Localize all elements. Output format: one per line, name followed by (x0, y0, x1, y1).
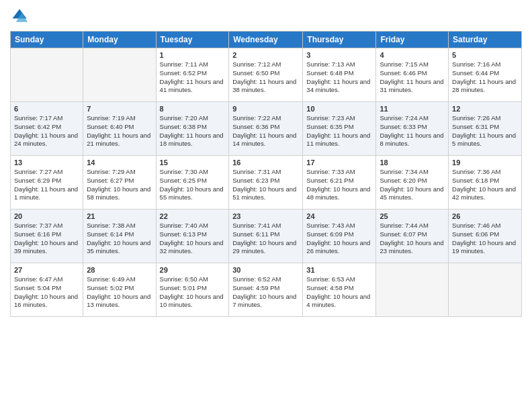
weekday-header-saturday: Saturday (449, 32, 522, 48)
day-info: Sunrise: 7:19 AM Sunset: 6:40 PM Dayligh… (87, 114, 152, 148)
calendar-cell: 16Sunrise: 7:31 AM Sunset: 6:23 PM Dayli… (229, 156, 303, 210)
day-number: 14 (87, 158, 152, 167)
day-number: 8 (160, 105, 226, 113)
day-number: 26 (452, 212, 518, 220)
calendar-cell: 19Sunrise: 7:36 AM Sunset: 6:18 PM Dayli… (449, 156, 522, 210)
day-info: Sunrise: 7:38 AM Sunset: 6:14 PM Dayligh… (87, 222, 152, 256)
day-info: Sunrise: 7:23 AM Sunset: 6:35 PM Dayligh… (306, 114, 372, 148)
day-info: Sunrise: 6:49 AM Sunset: 5:02 PM Dayligh… (87, 275, 152, 310)
calendar-cell: 13Sunrise: 7:27 AM Sunset: 6:29 PM Dayli… (11, 156, 83, 210)
calendar-cell: 4Sunrise: 7:15 AM Sunset: 6:46 PM Daylig… (376, 48, 449, 102)
calendar-cell: 7Sunrise: 7:19 AM Sunset: 6:40 PM Daylig… (83, 102, 156, 156)
day-info: Sunrise: 6:52 AM Sunset: 4:59 PM Dayligh… (232, 275, 299, 310)
day-info: Sunrise: 7:22 AM Sunset: 6:36 PM Dayligh… (232, 114, 299, 148)
calendar-week-row: 27Sunrise: 6:47 AM Sunset: 5:04 PM Dayli… (11, 263, 522, 317)
day-info: Sunrise: 7:41 AM Sunset: 6:11 PM Dayligh… (232, 222, 299, 256)
weekday-header-wednesday: Wednesday (229, 32, 303, 48)
calendar-cell: 26Sunrise: 7:46 AM Sunset: 6:06 PM Dayli… (449, 210, 522, 263)
calendar-cell: 17Sunrise: 7:33 AM Sunset: 6:21 PM Dayli… (303, 156, 376, 210)
weekday-header-friday: Friday (376, 32, 449, 48)
weekday-header-thursday: Thursday (303, 32, 376, 48)
calendar-cell: 14Sunrise: 7:29 AM Sunset: 6:27 PM Dayli… (83, 156, 156, 210)
calendar-cell: 10Sunrise: 7:23 AM Sunset: 6:35 PM Dayli… (303, 102, 376, 156)
day-number: 31 (306, 266, 372, 274)
day-number: 23 (232, 212, 299, 220)
calendar-cell: 15Sunrise: 7:30 AM Sunset: 6:25 PM Dayli… (156, 156, 229, 210)
day-number: 27 (14, 266, 79, 274)
day-number: 11 (380, 105, 445, 113)
day-info: Sunrise: 7:33 AM Sunset: 6:21 PM Dayligh… (306, 168, 372, 202)
calendar-cell: 1Sunrise: 7:11 AM Sunset: 6:52 PM Daylig… (156, 48, 229, 102)
calendar-cell: 31Sunrise: 6:53 AM Sunset: 4:58 PM Dayli… (303, 263, 376, 317)
day-number: 19 (452, 158, 518, 167)
weekday-header-monday: Monday (83, 32, 156, 48)
day-number: 22 (160, 212, 226, 220)
day-info: Sunrise: 7:40 AM Sunset: 6:13 PM Dayligh… (160, 222, 226, 256)
day-info: Sunrise: 7:34 AM Sunset: 6:20 PM Dayligh… (380, 168, 445, 202)
calendar-cell (11, 48, 83, 102)
day-number: 7 (87, 105, 152, 113)
day-info: Sunrise: 7:15 AM Sunset: 6:46 PM Dayligh… (380, 60, 445, 95)
day-info: Sunrise: 7:24 AM Sunset: 6:33 PM Dayligh… (380, 114, 445, 148)
calendar-cell: 27Sunrise: 6:47 AM Sunset: 5:04 PM Dayli… (11, 263, 83, 317)
day-number: 21 (87, 212, 152, 220)
day-number: 15 (160, 158, 226, 167)
day-info: Sunrise: 7:26 AM Sunset: 6:31 PM Dayligh… (452, 114, 518, 148)
calendar-cell: 30Sunrise: 6:52 AM Sunset: 4:59 PM Dayli… (229, 263, 303, 317)
weekday-header-row: SundayMondayTuesdayWednesdayThursdayFrid… (11, 32, 522, 48)
calendar-cell: 18Sunrise: 7:34 AM Sunset: 6:20 PM Dayli… (376, 156, 449, 210)
calendar-cell: 5Sunrise: 7:16 AM Sunset: 6:44 PM Daylig… (449, 48, 522, 102)
day-number: 24 (306, 212, 372, 220)
day-info: Sunrise: 7:36 AM Sunset: 6:18 PM Dayligh… (452, 168, 518, 202)
day-info: Sunrise: 7:12 AM Sunset: 6:50 PM Dayligh… (232, 60, 299, 95)
day-info: Sunrise: 7:16 AM Sunset: 6:44 PM Dayligh… (452, 60, 518, 95)
header (10, 7, 522, 26)
calendar-week-row: 13Sunrise: 7:27 AM Sunset: 6:29 PM Dayli… (11, 156, 522, 210)
day-number: 4 (380, 51, 445, 59)
day-info: Sunrise: 7:29 AM Sunset: 6:27 PM Dayligh… (87, 168, 152, 202)
day-number: 25 (380, 212, 445, 220)
calendar-cell: 12Sunrise: 7:26 AM Sunset: 6:31 PM Dayli… (449, 102, 522, 156)
logo-area (10, 7, 31, 26)
calendar-cell: 6Sunrise: 7:17 AM Sunset: 6:42 PM Daylig… (11, 102, 83, 156)
calendar-cell (83, 48, 156, 102)
day-number: 17 (306, 158, 372, 167)
calendar-cell: 29Sunrise: 6:50 AM Sunset: 5:01 PM Dayli… (156, 263, 229, 317)
calendar-cell: 3Sunrise: 7:13 AM Sunset: 6:48 PM Daylig… (303, 48, 376, 102)
page: SundayMondayTuesdayWednesdayThursdayFrid… (0, 0, 532, 411)
calendar-table: SundayMondayTuesdayWednesdayThursdayFrid… (10, 31, 522, 317)
calendar-cell: 8Sunrise: 7:20 AM Sunset: 6:38 PM Daylig… (156, 102, 229, 156)
day-info: Sunrise: 7:44 AM Sunset: 6:07 PM Dayligh… (380, 222, 445, 256)
calendar-cell (449, 263, 522, 317)
day-info: Sunrise: 7:46 AM Sunset: 6:06 PM Dayligh… (452, 222, 518, 256)
calendar-cell: 21Sunrise: 7:38 AM Sunset: 6:14 PM Dayli… (83, 210, 156, 263)
day-info: Sunrise: 7:30 AM Sunset: 6:25 PM Dayligh… (160, 168, 226, 202)
day-number: 16 (232, 158, 299, 167)
weekday-header-tuesday: Tuesday (156, 32, 229, 48)
day-number: 2 (232, 51, 299, 59)
day-number: 18 (380, 158, 445, 167)
day-info: Sunrise: 7:20 AM Sunset: 6:38 PM Dayligh… (160, 114, 226, 148)
day-number: 29 (160, 266, 226, 274)
calendar-cell: 23Sunrise: 7:41 AM Sunset: 6:11 PM Dayli… (229, 210, 303, 263)
calendar-cell: 28Sunrise: 6:49 AM Sunset: 5:02 PM Dayli… (83, 263, 156, 317)
calendar-cell: 22Sunrise: 7:40 AM Sunset: 6:13 PM Dayli… (156, 210, 229, 263)
day-number: 10 (306, 105, 372, 113)
day-number: 5 (452, 51, 518, 59)
calendar-week-row: 20Sunrise: 7:37 AM Sunset: 6:16 PM Dayli… (11, 210, 522, 263)
day-info: Sunrise: 7:31 AM Sunset: 6:23 PM Dayligh… (232, 168, 299, 202)
day-info: Sunrise: 7:13 AM Sunset: 6:48 PM Dayligh… (306, 60, 372, 95)
day-number: 1 (160, 51, 226, 59)
day-info: Sunrise: 7:27 AM Sunset: 6:29 PM Dayligh… (14, 168, 79, 202)
calendar-cell: 24Sunrise: 7:43 AM Sunset: 6:09 PM Dayli… (303, 210, 376, 263)
day-info: Sunrise: 6:53 AM Sunset: 4:58 PM Dayligh… (306, 275, 372, 310)
calendar-week-row: 6Sunrise: 7:17 AM Sunset: 6:42 PM Daylig… (11, 102, 522, 156)
calendar-cell: 11Sunrise: 7:24 AM Sunset: 6:33 PM Dayli… (376, 102, 449, 156)
day-number: 28 (87, 266, 152, 274)
day-number: 12 (452, 105, 518, 113)
day-info: Sunrise: 7:11 AM Sunset: 6:52 PM Dayligh… (160, 60, 226, 95)
weekday-header-sunday: Sunday (11, 32, 83, 48)
day-number: 13 (14, 158, 79, 167)
day-number: 3 (306, 51, 372, 59)
day-info: Sunrise: 6:50 AM Sunset: 5:01 PM Dayligh… (160, 275, 226, 310)
